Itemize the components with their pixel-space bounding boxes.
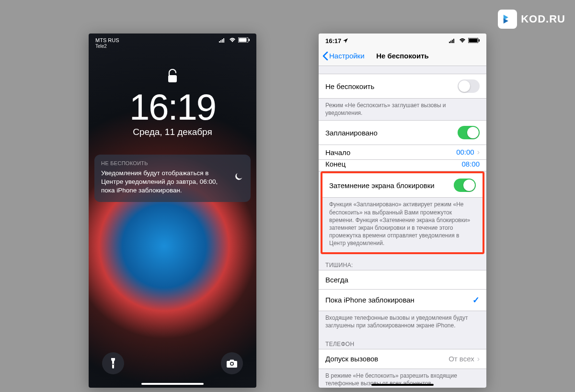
allow-calls-value: От всех xyxy=(448,355,474,363)
svg-marker-1 xyxy=(504,18,508,23)
svg-rect-18 xyxy=(469,38,478,42)
silence-always-cell[interactable]: Всегда xyxy=(319,270,486,290)
dnd-footer: Режим «Не беспокоить» заглушает вызовы и… xyxy=(319,99,486,121)
silence-footer: Входящие телефонные вызовы и уведомления… xyxy=(319,311,486,333)
svg-rect-5 xyxy=(223,38,224,43)
page-title: Не беспокоить xyxy=(376,52,429,60)
phone-header: ТЕЛЕФОН xyxy=(319,333,486,349)
notification-body: Уведомления будут отображаться в Центре … xyxy=(101,169,229,195)
chevron-right-icon: › xyxy=(477,148,480,156)
svg-rect-2 xyxy=(219,41,220,43)
lock-date: Среда, 11 декабря xyxy=(89,127,256,137)
scheduled-toggle[interactable] xyxy=(458,126,480,139)
svg-rect-4 xyxy=(222,39,223,43)
unlock-icon xyxy=(89,69,256,85)
svg-rect-15 xyxy=(452,40,453,43)
silence-locked-cell[interactable]: Пока iPhone заблокирован ✓ xyxy=(319,289,486,311)
silence-locked-label: Пока iPhone заблокирован xyxy=(325,296,414,304)
lock-time: 16:19 xyxy=(89,86,256,128)
start-value: 00:00 xyxy=(456,148,474,156)
dim-footer: Функция «Запланировано» активирует режим… xyxy=(322,198,483,252)
svg-rect-9 xyxy=(168,75,177,82)
start-label: Начало xyxy=(325,148,350,157)
dnd-notification[interactable]: НЕ БЕСПОКОИТЬ Уведомления будут отобража… xyxy=(94,155,251,202)
svg-rect-13 xyxy=(449,42,450,43)
chevron-right-icon: › xyxy=(477,355,480,363)
svg-rect-14 xyxy=(450,41,451,43)
highlight-box: Затемнение экрана блокировки Функция «За… xyxy=(321,171,484,254)
back-button[interactable]: Настройки xyxy=(322,52,365,60)
end-value: 08:00 xyxy=(461,160,480,168)
status-time: 16:17 xyxy=(325,37,341,45)
carrier-1: MTS RUS xyxy=(95,37,119,44)
silence-always-label: Всегда xyxy=(325,276,348,284)
svg-rect-7 xyxy=(239,38,247,42)
moon-icon xyxy=(233,171,244,184)
status-bar: MTS RUS Tele2 xyxy=(89,34,256,51)
battery-icon xyxy=(468,37,480,45)
dim-toggle[interactable] xyxy=(454,179,476,192)
svg-point-10 xyxy=(113,364,114,365)
status-bar: 16:17 xyxy=(319,34,486,46)
svg-rect-3 xyxy=(220,40,221,43)
svg-rect-16 xyxy=(453,39,454,43)
signal-icon xyxy=(449,37,457,45)
schedule-end-row[interactable]: Конец 08:00 xyxy=(319,160,486,171)
dnd-toggle-cell[interactable]: Не беспокоить xyxy=(319,74,486,99)
notification-title: НЕ БЕСПОКОИТЬ xyxy=(101,160,229,166)
end-label: Конец xyxy=(325,160,345,168)
allow-calls-label: Допуск вызовов xyxy=(325,355,378,363)
watermark-text: KOD.RU xyxy=(521,13,565,25)
check-icon: ✓ xyxy=(472,295,480,305)
lock-screen: MTS RUS Tele2 16:19 Среда, 11 декабря НЕ… xyxy=(89,34,256,388)
signal-icon xyxy=(219,38,227,44)
flashlight-button[interactable] xyxy=(102,352,124,374)
schedule-start-row[interactable]: Начало 00:00› xyxy=(319,145,486,160)
wifi-icon xyxy=(229,38,236,44)
allow-calls-cell[interactable]: Допуск вызовов От всех› xyxy=(319,349,486,369)
camera-button[interactable] xyxy=(221,352,243,374)
dim-lock-cell[interactable]: Затемнение экрана блокировки xyxy=(322,173,483,198)
svg-rect-8 xyxy=(249,39,250,41)
home-indicator[interactable] xyxy=(141,383,204,385)
kod-logo-icon xyxy=(498,10,517,29)
back-label: Настройки xyxy=(329,52,365,60)
dim-label: Затемнение экрана блокировки xyxy=(329,181,435,190)
carrier-2: Tele2 xyxy=(95,44,119,49)
dnd-label: Не беспокоить xyxy=(325,82,374,90)
settings-screen: 16:17 Настройки Не беспокоить Не беспоко… xyxy=(319,34,486,388)
silence-header: ТИШИНА: xyxy=(319,254,486,270)
scheduled-label: Запланировано xyxy=(325,129,378,137)
home-indicator[interactable] xyxy=(371,384,434,386)
nav-bar: Настройки Не беспокоить xyxy=(319,46,486,66)
wifi-icon xyxy=(459,37,466,45)
svg-rect-19 xyxy=(479,39,480,42)
dnd-toggle[interactable] xyxy=(458,79,480,93)
watermark: KOD.RU xyxy=(498,10,565,29)
svg-point-12 xyxy=(231,363,233,365)
location-icon xyxy=(343,37,348,45)
scheduled-cell[interactable]: Запланировано xyxy=(319,120,486,145)
battery-icon xyxy=(238,37,250,44)
